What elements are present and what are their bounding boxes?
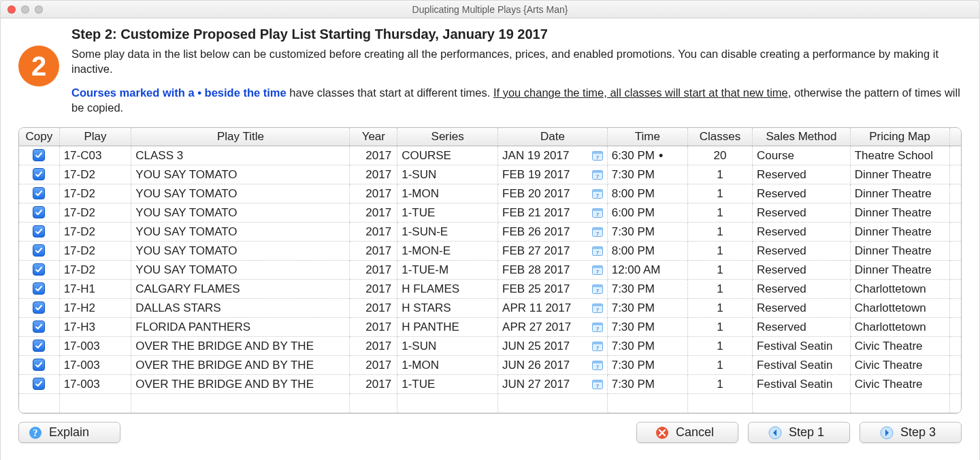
cell-play[interactable]: 17-003 — [59, 337, 131, 356]
cell-series[interactable]: 1-SUN — [397, 165, 498, 184]
copy-checkbox[interactable] — [33, 149, 45, 161]
cell-time[interactable]: 7:30 PM — [607, 223, 687, 242]
table-row[interactable]: 17-H2DALLAS STARS2017H STARSAPR 11 20177… — [19, 299, 961, 318]
cell-series[interactable]: H FLAMES — [397, 280, 498, 299]
cell-time[interactable]: 7:30 PM — [607, 318, 687, 337]
cell-play[interactable]: 17-D2 — [59, 203, 131, 223]
cell-series[interactable]: 1-MON-E — [397, 242, 498, 261]
cell-map[interactable]: Dinner Theatre — [850, 203, 949, 223]
cell-time[interactable]: 7:30 PM — [607, 337, 687, 356]
cell-map[interactable]: Dinner Theatre — [850, 242, 949, 261]
cell-time[interactable]: 7:30 PM — [607, 375, 687, 394]
cell-title[interactable]: OVER THE BRIDGE AND BY THE — [131, 356, 350, 375]
cell-play[interactable]: 17-003 — [59, 375, 131, 394]
cell-date[interactable]: JUN 26 20177 — [498, 356, 608, 375]
copy-checkbox[interactable] — [33, 225, 45, 237]
cell-method[interactable]: Reserved — [753, 318, 851, 337]
calendar-icon[interactable]: 7 — [592, 360, 603, 370]
cell-map[interactable]: Charlottetown — [850, 299, 949, 318]
cell-series[interactable]: 1-TUE — [397, 203, 498, 223]
cell-title[interactable]: YOU SAY TOMATO — [131, 242, 350, 261]
cell-play[interactable]: 17-D2 — [59, 261, 131, 280]
cell-series[interactable]: H PANTHE — [397, 318, 498, 337]
calendar-icon[interactable]: 7 — [592, 169, 603, 180]
prev-step-button[interactable]: Step 1 — [748, 422, 850, 443]
table-row[interactable]: 17-003OVER THE BRIDGE AND BY THE20171-TU… — [19, 375, 961, 394]
cell-year[interactable]: 2017 — [350, 299, 397, 318]
cell-method[interactable]: Reserved — [753, 165, 851, 184]
calendar-icon[interactable]: 7 — [592, 208, 603, 218]
cell-title[interactable]: OVER THE BRIDGE AND BY THE — [131, 375, 350, 394]
cell-classes[interactable]: 1 — [687, 242, 752, 261]
cell-method[interactable]: Reserved — [753, 299, 851, 318]
cell-year[interactable]: 2017 — [350, 356, 397, 375]
cell-method[interactable]: Reserved — [753, 184, 851, 203]
cell-method[interactable]: Festival Seatin — [753, 375, 851, 394]
cell-time[interactable]: 7:30 PM — [607, 165, 687, 184]
cell-date[interactable]: FEB 25 20177 — [498, 280, 608, 299]
cell-play[interactable]: 17-D2 — [59, 223, 131, 242]
col-date[interactable]: Date — [498, 128, 608, 146]
play-grid[interactable]: Copy Play Play Title Year Series Date Ti… — [18, 127, 962, 414]
cell-date[interactable]: JAN 19 20177 — [498, 146, 608, 165]
cell-date[interactable]: JUN 25 20177 — [498, 337, 608, 356]
cell-year[interactable]: 2017 — [350, 375, 397, 394]
cell-play[interactable]: 17-H2 — [59, 299, 131, 318]
cell-series[interactable]: 1-TUE-M — [397, 261, 498, 280]
table-row[interactable]: 17-003OVER THE BRIDGE AND BY THE20171-MO… — [19, 356, 961, 375]
cell-method[interactable]: Reserved — [753, 242, 851, 261]
cell-series[interactable]: 1-SUN-E — [397, 223, 498, 242]
table-row[interactable]: 17-D2YOU SAY TOMATO20171-TUEFEB 21 20177… — [19, 203, 961, 223]
cell-series[interactable]: 1-TUE — [397, 375, 498, 394]
col-map[interactable]: Pricing Map — [850, 128, 949, 146]
copy-checkbox[interactable] — [33, 168, 45, 180]
cell-play[interactable]: 17-D2 — [59, 165, 131, 184]
cell-classes[interactable]: 1 — [687, 261, 752, 280]
next-step-button[interactable]: Step 3 — [860, 422, 962, 443]
copy-checkbox[interactable] — [33, 206, 45, 218]
cell-date[interactable]: FEB 28 20177 — [498, 261, 608, 280]
cell-series[interactable]: 1-MON — [397, 184, 498, 203]
explain-button[interactable]: ? Explain — [18, 422, 120, 443]
cell-method[interactable]: Reserved — [753, 223, 851, 242]
cell-map[interactable]: Civic Theatre — [850, 375, 949, 394]
cell-classes[interactable]: 1 — [687, 375, 752, 394]
cell-date[interactable]: FEB 27 20177 — [498, 242, 608, 261]
cell-title[interactable]: CALGARY FLAMES — [131, 280, 350, 299]
cell-map[interactable]: Civic Theatre — [850, 337, 949, 356]
cell-date[interactable]: FEB 19 20177 — [498, 165, 608, 184]
cell-classes[interactable]: 1 — [687, 223, 752, 242]
copy-checkbox[interactable] — [33, 301, 45, 314]
cell-classes[interactable]: 1 — [687, 165, 752, 184]
calendar-icon[interactable]: 7 — [592, 303, 603, 313]
cell-play[interactable]: 17-D2 — [59, 242, 131, 261]
table-row[interactable]: 17-H3FLORIDA PANTHERS2017H PANTHEAPR 27 … — [19, 318, 961, 337]
calendar-icon[interactable]: 7 — [592, 227, 603, 237]
col-play[interactable]: Play — [59, 128, 131, 146]
cell-method[interactable]: Reserved — [753, 280, 851, 299]
cell-time[interactable]: 12:00 AM — [607, 261, 687, 280]
cell-year[interactable]: 2017 — [350, 337, 397, 356]
calendar-icon[interactable]: 7 — [592, 188, 603, 199]
calendar-icon[interactable]: 7 — [592, 265, 603, 275]
cell-series[interactable]: COURSE — [397, 146, 498, 165]
cell-play[interactable]: 17-003 — [59, 356, 131, 375]
table-row[interactable]: 17-D2YOU SAY TOMATO20171-SUN-EFEB 26 201… — [19, 223, 961, 242]
cell-date[interactable]: APR 27 20177 — [498, 318, 608, 337]
cell-method[interactable]: Course — [753, 146, 851, 165]
copy-checkbox[interactable] — [33, 187, 45, 199]
table-row[interactable]: 17-D2YOU SAY TOMATO20171-MON-EFEB 27 201… — [19, 242, 961, 261]
cell-time[interactable]: 8:00 PM — [607, 184, 687, 203]
copy-checkbox[interactable] — [33, 244, 45, 257]
cell-classes[interactable]: 1 — [687, 203, 752, 223]
cell-play[interactable]: 17-H1 — [59, 280, 131, 299]
cell-classes[interactable]: 20 — [687, 146, 752, 165]
cell-map[interactable]: Dinner Theatre — [850, 184, 949, 203]
cell-title[interactable]: YOU SAY TOMATO — [131, 184, 350, 203]
cell-classes[interactable]: 1 — [687, 318, 752, 337]
col-copy[interactable]: Copy — [19, 128, 59, 146]
cell-title[interactable]: YOU SAY TOMATO — [131, 261, 350, 280]
cell-title[interactable]: YOU SAY TOMATO — [131, 223, 350, 242]
cell-title[interactable]: FLORIDA PANTHERS — [131, 318, 350, 337]
cell-map[interactable]: Civic Theatre — [850, 356, 949, 375]
